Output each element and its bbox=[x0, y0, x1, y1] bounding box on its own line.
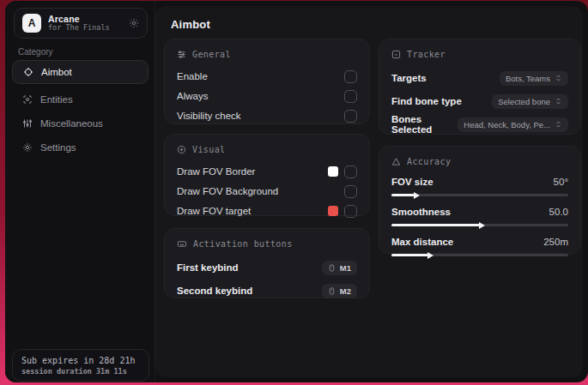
tracker-row-bone-type: Find bone type Selected bone bbox=[391, 90, 568, 112]
keybind-value: M1 bbox=[340, 263, 351, 273]
app-logo: A bbox=[22, 14, 41, 33]
smoothness-slider[interactable] bbox=[391, 224, 568, 226]
accuracy-row-smoothness: Smoothness 50.0 bbox=[391, 204, 568, 226]
sidebar-item-aimbot[interactable]: Aimbot bbox=[12, 60, 149, 84]
chevron-updown-icon bbox=[555, 97, 562, 105]
second-keybind-button[interactable]: M2 bbox=[322, 284, 357, 298]
row-label: Draw FOV Border bbox=[177, 166, 255, 177]
tracker-icon bbox=[391, 50, 401, 59]
app-title-block: Arcane for The Finals bbox=[48, 14, 122, 33]
visual-card: Visual Draw FOV Border Draw FOV Backgrou… bbox=[164, 134, 370, 216]
entities-icon bbox=[22, 94, 33, 105]
accuracy-row-fov-size: FOV size 50° bbox=[391, 174, 568, 196]
general-row-enable: Enable bbox=[177, 67, 357, 86]
accuracy-card: Accuracy FOV size 50° Smoothness 50.0 bbox=[379, 146, 581, 254]
gear-icon[interactable] bbox=[129, 18, 139, 28]
first-keybind-button[interactable]: M1 bbox=[322, 261, 357, 275]
tracker-row-targets: Targets Bots, Teams bbox=[391, 67, 568, 89]
slider-thumb[interactable] bbox=[479, 222, 485, 229]
keyboard-icon bbox=[177, 239, 187, 249]
select-value: Head, Neck, Body, Pe... bbox=[464, 120, 550, 129]
row-label: Targets bbox=[391, 73, 427, 83]
select-value: Bots, Teams bbox=[506, 74, 550, 83]
fov-target-color-swatch[interactable] bbox=[328, 206, 338, 216]
activation-row-first: First keybind M1 bbox=[177, 256, 357, 279]
general-row-visibility: Visibility check bbox=[177, 106, 357, 125]
general-icon bbox=[177, 50, 186, 59]
visual-row-fov-background: Draw FOV Background bbox=[177, 182, 357, 201]
card-title-text: Visual bbox=[192, 145, 226, 154]
row-label: First keybind bbox=[177, 262, 239, 273]
crosshair-icon bbox=[23, 67, 33, 77]
general-card: General Enable Always Visibility check bbox=[164, 39, 370, 124]
keybind-value: M2 bbox=[340, 286, 351, 296]
fov-background-checkbox[interactable] bbox=[344, 185, 357, 198]
fov-border-color-swatch[interactable] bbox=[328, 166, 338, 177]
row-label: Smoothness bbox=[391, 207, 451, 217]
select-value: Selected bone bbox=[498, 97, 550, 106]
row-label: Second keybind bbox=[177, 286, 252, 296]
slider-value: 50.0 bbox=[549, 207, 568, 217]
general-row-always: Always bbox=[177, 87, 357, 105]
tracker-row-bones-selected: Bones Selected Head, Neck, Body, Pe... bbox=[391, 113, 568, 135]
chevron-updown-icon bbox=[555, 74, 562, 82]
mouse-icon bbox=[328, 263, 336, 273]
enable-checkbox[interactable] bbox=[344, 70, 357, 83]
sidebar-item-label: Entities bbox=[40, 94, 73, 105]
visual-row-fov-target: Draw FOV target bbox=[177, 202, 357, 220]
slider-value: 250m bbox=[543, 237, 568, 247]
category-label: Category bbox=[18, 47, 53, 57]
sidebar-item-label: Aimbot bbox=[41, 67, 72, 77]
card-title-text: Tracker bbox=[407, 50, 446, 59]
sidebar-item-settings[interactable]: Settings bbox=[12, 138, 149, 157]
slider-fill bbox=[391, 194, 415, 196]
tracker-card: Tracker Targets Bots, Teams Find bone ty… bbox=[379, 39, 581, 135]
row-label: Draw FOV Background bbox=[177, 186, 278, 196]
slider-thumb[interactable] bbox=[427, 252, 433, 259]
mouse-icon bbox=[328, 286, 336, 296]
sidebar-item-label: Settings bbox=[40, 142, 76, 153]
sidebar-item-entities[interactable]: Entities bbox=[12, 90, 149, 109]
row-label: Visibility check bbox=[177, 111, 241, 121]
max-distance-slider[interactable] bbox=[391, 254, 568, 256]
bones-selected-select[interactable]: Head, Neck, Body, Pe... bbox=[458, 117, 568, 132]
visibility-check-checkbox[interactable] bbox=[344, 110, 357, 123]
fov-target-checkbox[interactable] bbox=[344, 205, 357, 218]
settings-gear-icon bbox=[22, 142, 33, 153]
bone-type-select[interactable]: Selected bone bbox=[492, 94, 568, 109]
slider-fill bbox=[391, 224, 480, 226]
session-duration-text: session duration 31m 11s bbox=[21, 367, 140, 376]
app-subtitle: for The Finals bbox=[48, 24, 122, 33]
sidebar-item-miscellaneous[interactable]: Miscellaneous bbox=[12, 114, 149, 133]
activation-card: Activation buttons First keybind M1 Seco… bbox=[164, 228, 370, 298]
row-label: Max distance bbox=[391, 237, 453, 247]
sidebar-item-label: Miscellaneous bbox=[40, 118, 103, 129]
page-title: Aimbot bbox=[171, 18, 210, 31]
card-title-text: Accuracy bbox=[407, 157, 451, 166]
slider-thumb[interactable] bbox=[414, 192, 420, 199]
accuracy-row-max-distance: Max distance 250m bbox=[391, 234, 568, 256]
app-window: A Arcane for The Finals Category Aimbot bbox=[5, 1, 588, 382]
sliders-icon bbox=[22, 118, 33, 129]
subscription-card: Sub expires in 28d 21h session duration … bbox=[12, 349, 149, 382]
fov-size-slider[interactable] bbox=[391, 194, 568, 196]
visual-row-fov-border: Draw FOV Border bbox=[177, 162, 357, 181]
row-label: Bones Selected bbox=[391, 114, 458, 135]
row-label: Find bone type bbox=[391, 96, 462, 106]
row-label: Always bbox=[177, 91, 208, 101]
main-panel: Aimbot General Enable Always bbox=[155, 6, 583, 377]
accuracy-icon bbox=[391, 157, 401, 166]
sidebar: A Arcane for The Finals Category Aimbot bbox=[5, 1, 155, 382]
slider-fill bbox=[391, 254, 428, 256]
app-header-card: A Arcane for The Finals bbox=[14, 8, 148, 39]
row-label: Enable bbox=[177, 71, 208, 81]
always-checkbox[interactable] bbox=[344, 90, 357, 103]
sub-expiry-text: Sub expires in 28d 21h bbox=[21, 356, 140, 365]
fov-border-checkbox[interactable] bbox=[344, 165, 357, 178]
activation-row-second: Second keybind M2 bbox=[177, 280, 357, 302]
visual-icon bbox=[177, 145, 186, 154]
targets-select[interactable]: Bots, Teams bbox=[500, 71, 568, 86]
card-title-text: General bbox=[192, 50, 231, 59]
row-label: FOV size bbox=[391, 177, 433, 187]
chevron-updown-icon bbox=[555, 120, 562, 129]
